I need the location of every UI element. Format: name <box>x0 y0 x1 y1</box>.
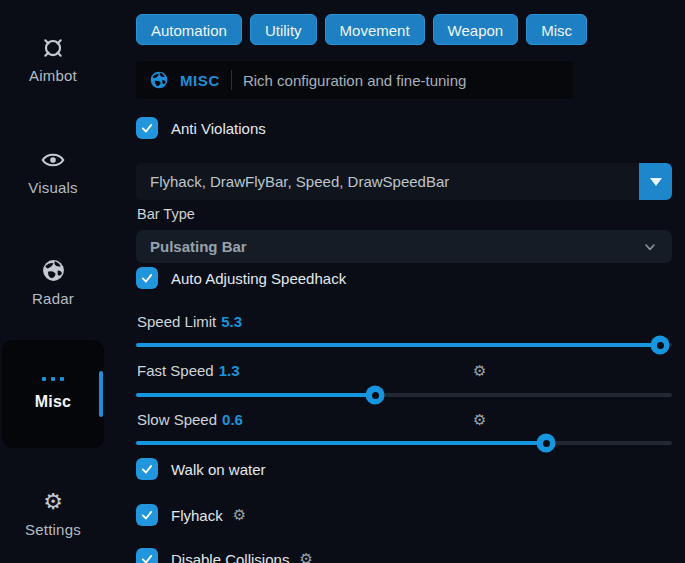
slow-speed-label: Slow Speed0.6 <box>137 411 243 428</box>
sidebar-item-label: Aimbot <box>29 67 77 84</box>
anti-violations-row: Anti Violations <box>136 117 266 139</box>
flyhack-checkbox[interactable] <box>136 504 158 526</box>
auto-adjusting-checkbox[interactable] <box>136 267 158 289</box>
eye-icon <box>0 147 106 173</box>
section-header: MISC Rich configuration and fine-tuning <box>136 61 573 99</box>
sidebar-item-aimbot[interactable]: Aimbot <box>0 35 106 85</box>
walk-on-water-label: Walk on water <box>171 461 265 478</box>
flyhack-row: Flyhack ⚙ <box>136 504 246 526</box>
fast-speed-slider[interactable] <box>136 393 672 397</box>
tab-weapon[interactable]: Weapon <box>433 14 519 45</box>
sidebar-item-label: Settings <box>25 521 81 538</box>
gear-icon[interactable]: ⚙ <box>233 506 246 524</box>
anti-violations-label: Anti Violations <box>171 120 266 137</box>
sidebar-item-visuals[interactable]: Visuals <box>0 147 106 197</box>
bar-type-label: Bar Type <box>137 206 195 222</box>
sidebar-item-label: Visuals <box>28 179 77 196</box>
disable-collisions-checkbox[interactable] <box>136 548 158 563</box>
sidebar-item-label: Radar <box>32 290 74 307</box>
slider-handle[interactable] <box>366 386 385 405</box>
bar-flags-value: Flyhack, DrawFlyBar, Speed, DrawSpeedBar <box>150 173 449 190</box>
slider-fill <box>136 441 546 445</box>
tab-automation[interactable]: Automation <box>136 14 242 45</box>
tab-utility[interactable]: Utility <box>250 14 317 45</box>
globe-icon <box>0 258 106 284</box>
speed-limit-slider[interactable] <box>136 343 672 347</box>
walk-on-water-row: Walk on water <box>136 458 265 480</box>
sidebar-item-label: Misc <box>35 393 71 411</box>
sidebar-item-misc[interactable]: Misc <box>2 340 104 448</box>
sidebar-item-radar[interactable]: Radar <box>0 258 106 308</box>
slider-fill <box>136 393 375 397</box>
gear-icon[interactable]: ⚙ <box>473 362 486 380</box>
tab-misc[interactable]: Misc <box>526 14 587 45</box>
selection-indicator <box>99 371 103 417</box>
walk-on-water-checkbox[interactable] <box>136 458 158 480</box>
fast-speed-label: Fast Speed1.3 <box>137 362 240 379</box>
gear-icon[interactable]: ⚙ <box>473 411 486 429</box>
tab-movement[interactable]: Movement <box>325 14 425 45</box>
flyhack-label: Flyhack <box>171 507 223 524</box>
sidebar: Aimbot Visuals Radar Misc ⚙ Settings <box>0 0 130 563</box>
slider-handle[interactable] <box>537 434 556 453</box>
speed-limit-label: Speed Limit5.3 <box>137 313 242 330</box>
slow-speed-value: 0.6 <box>222 411 243 428</box>
bar-type-value: Pulsating Bar <box>150 238 247 255</box>
main-panel: Automation Utility Movement Weapon Misc … <box>136 0 672 563</box>
disable-collisions-row: Disable Collisions ⚙ <box>136 548 313 563</box>
auto-adjusting-row: Auto Adjusting Speedhack <box>136 267 346 289</box>
ellipsis-icon <box>42 377 64 381</box>
slider-fill <box>136 343 660 347</box>
auto-adjusting-label: Auto Adjusting Speedhack <box>171 270 346 287</box>
dropdown-open-button[interactable] <box>639 163 672 200</box>
section-subtitle: Rich configuration and fine-tuning <box>243 72 466 89</box>
cheat-menu-window: Aimbot Visuals Radar Misc ⚙ Settings <box>0 0 685 563</box>
triangle-down-icon <box>650 178 662 186</box>
disable-collisions-label: Disable Collisions <box>171 551 289 563</box>
section-title: MISC <box>180 72 220 89</box>
gear-icon: ⚙ <box>0 489 106 515</box>
bar-type-select[interactable]: Pulsating Bar <box>136 230 672 263</box>
speed-limit-value: 5.3 <box>221 313 242 330</box>
globe-icon <box>149 70 169 90</box>
divider <box>231 70 232 90</box>
bar-flags-multiselect[interactable]: Flyhack, DrawFlyBar, Speed, DrawSpeedBar <box>136 163 672 200</box>
fast-speed-value: 1.3 <box>219 362 240 379</box>
chevron-down-icon <box>642 239 658 255</box>
category-tabs: Automation Utility Movement Weapon Misc <box>136 14 587 45</box>
crosshair-icon <box>0 35 106 61</box>
gear-icon[interactable]: ⚙ <box>299 550 312 563</box>
sidebar-item-settings[interactable]: ⚙ Settings <box>0 489 106 539</box>
slider-handle[interactable] <box>651 336 670 355</box>
anti-violations-checkbox[interactable] <box>136 117 158 139</box>
slow-speed-slider[interactable] <box>136 441 672 445</box>
